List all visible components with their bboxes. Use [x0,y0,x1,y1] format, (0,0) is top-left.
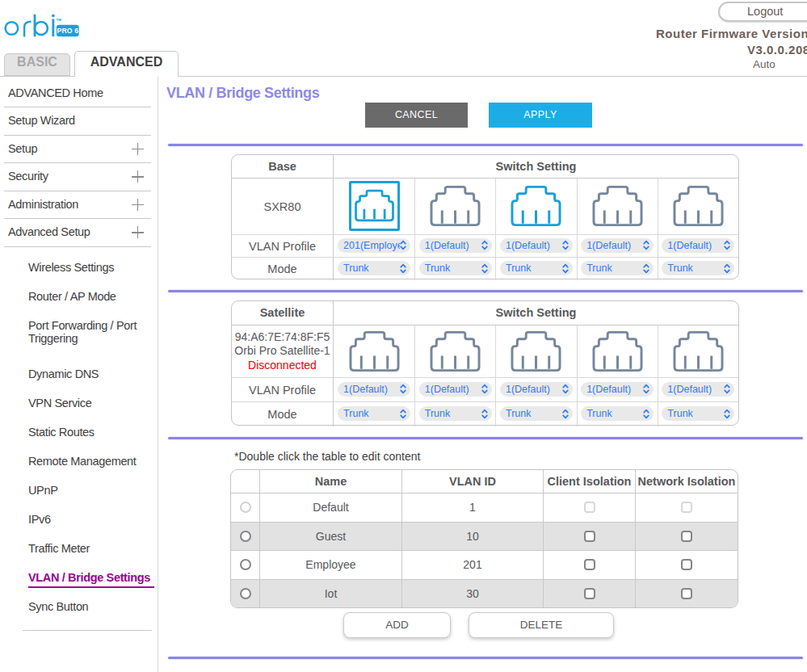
svg-text:PRO 6: PRO 6 [57,27,79,35]
svg-text:TM: TM [57,18,62,22]
